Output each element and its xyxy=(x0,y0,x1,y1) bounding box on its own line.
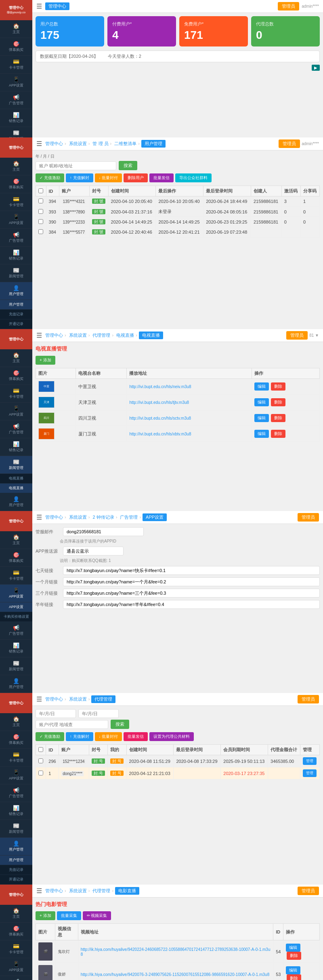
nav-app-1[interactable]: 📱APP设置 xyxy=(0,74,32,91)
nav-card-5[interactable]: 💳卡卡管理 xyxy=(0,749,32,767)
manage-btn-2[interactable]: 管理员 xyxy=(279,139,300,148)
nav-home-3[interactable]: 🏠主页 xyxy=(0,349,32,367)
hamburger-3[interactable]: ☰ xyxy=(36,332,42,339)
tv-edit-btn-2[interactable]: 编辑 xyxy=(254,398,269,406)
tv-edit-btn-3[interactable]: 编辑 xyxy=(254,414,269,422)
bc-list[interactable]: 二维整清单 xyxy=(114,141,136,146)
bc-settings-3[interactable]: 系统设置 xyxy=(69,333,87,338)
hamburger-6[interactable]: ☰ xyxy=(36,887,42,895)
user-row-2-cb[interactable] xyxy=(38,209,43,214)
nav-sub-recharge[interactable]: 充值记录 xyxy=(0,310,32,319)
nav-app-3[interactable]: 📱APP设置 xyxy=(0,403,32,420)
bc-admin[interactable]: 管 理 员 xyxy=(92,141,108,146)
nav-sales-1[interactable]: 📊销售记录 xyxy=(0,109,32,127)
app-email-input[interactable] xyxy=(63,527,144,536)
manage-btn-6[interactable]: 管理员 xyxy=(298,887,319,895)
user-search-btn[interactable]: 搜索 xyxy=(119,161,137,170)
tv-edit-btn-1[interactable]: 编辑 xyxy=(254,382,269,391)
nav-app-4[interactable]: 📱APP设置 xyxy=(0,585,32,602)
bc-ad-4[interactable]: 广告管理 xyxy=(120,515,138,520)
user-row-3-cb[interactable] xyxy=(38,219,43,224)
nav-sub-user[interactable]: 用户管理 xyxy=(0,300,32,310)
hamburger-5[interactable]: ☰ xyxy=(36,695,42,703)
agent-manage-btn-1[interactable]: 管理 xyxy=(303,757,317,765)
nav-sub-open[interactable]: 开通记录 xyxy=(0,319,32,329)
manage-btn-3[interactable]: 管理员 xyxy=(286,331,308,340)
movie-video-collect-btn[interactable]: ✏ 视频采集 xyxy=(83,911,111,920)
agent-btn-msg[interactable]: 批量发信 xyxy=(124,732,148,741)
nav-news-4[interactable]: 📰新闻管理 xyxy=(0,657,32,675)
app-1month-input[interactable] xyxy=(63,577,320,586)
btn-export[interactable]: 导出公众社群料 xyxy=(175,173,212,182)
movie-edit-btn-2[interactable]: 编辑 xyxy=(286,966,300,974)
nav-sub-card-price[interactable]: 卡购买价格设置 xyxy=(0,612,32,622)
nav-home-4[interactable]: 🏠主页 xyxy=(0,531,32,549)
tv-delete-btn-1[interactable]: 删除 xyxy=(271,382,285,391)
btn-batch-block[interactable]: ↓ 批量封付 xyxy=(95,173,122,182)
nav-danmu-5[interactable]: 🎯弹幕购买 xyxy=(0,731,32,749)
nav-ad-1[interactable]: 📢广告管理 xyxy=(0,91,32,109)
nav-danmu-6[interactable]: 🎯弹幕购买 xyxy=(0,923,32,940)
agent-date-from[interactable] xyxy=(36,709,76,718)
user-row-4-cb[interactable] xyxy=(38,229,43,234)
nav-sub-user-5[interactable]: 用户管理 xyxy=(0,855,32,865)
nav-danmu-4[interactable]: 🎯弹幕购买 xyxy=(0,549,32,567)
nav-user-3[interactable]: 👤用户管理 xyxy=(0,493,32,511)
nav-home-2[interactable]: 🏠主页 xyxy=(0,158,32,175)
nav-card-1[interactable]: 💳卡卡管理 xyxy=(0,56,32,74)
bc-settings-6[interactable]: 系统设置 xyxy=(69,888,87,893)
nav-ad-5[interactable]: 📢广告管理 xyxy=(0,784,32,802)
user-search-input[interactable] xyxy=(36,161,116,170)
nav-ad-3[interactable]: 📢广告管理 xyxy=(0,420,32,438)
manage-btn-1[interactable]: 管理员 xyxy=(278,2,299,11)
movie-delete-btn-2[interactable]: 删除 xyxy=(287,974,301,980)
nav-danmu-3[interactable]: 🎯弹幕购买 xyxy=(0,367,32,385)
app-halfyear-input[interactable] xyxy=(63,600,320,609)
nav-news-5[interactable]: 📰新闻管理 xyxy=(0,820,32,838)
agent-btn-batchblock[interactable]: ↓ 批量封付 xyxy=(95,732,122,741)
agent-btn-set-agent[interactable]: 设置为代理公共材料 xyxy=(149,732,194,741)
app-7day-input[interactable] xyxy=(63,566,320,575)
bc-settings-4[interactable]: 系统设置 xyxy=(69,515,87,520)
user-row-1-cb[interactable] xyxy=(38,199,43,203)
nav-danmu-1[interactable]: 🎯弹幕购买 xyxy=(0,38,32,56)
nav-sales-4[interactable]: 📊销售记录 xyxy=(0,640,32,657)
nav-ad-4[interactable]: 📢广告管理 xyxy=(0,622,32,640)
tv-add-btn[interactable]: + 添加 xyxy=(36,356,55,365)
nav-home-1[interactable]: 🏠主页 xyxy=(0,20,32,38)
nav-sub-app[interactable]: APP设置 xyxy=(0,602,32,612)
movie-batch-collect-btn[interactable]: 批量采集 xyxy=(57,911,81,920)
nav-danmu-2[interactable]: 🎯弹幕购买 xyxy=(0,175,32,193)
nav-app-2[interactable]: 📱APP设置 xyxy=(0,211,32,229)
nav-sales-5[interactable]: 📊销售记录 xyxy=(0,802,32,820)
nav-sub-tv2[interactable]: 电视直播 xyxy=(0,484,32,493)
bc-home-3[interactable]: 管理中心 xyxy=(45,333,63,338)
tv-delete-btn-3[interactable]: 删除 xyxy=(271,414,285,422)
bc-agent-6[interactable]: 代理管理 xyxy=(92,888,110,893)
agent-search-btn[interactable]: 搜索 xyxy=(111,720,129,729)
agent-search-input[interactable] xyxy=(36,720,108,729)
nav-app-5[interactable]: 📱APP设置 xyxy=(0,767,32,784)
bc-home-6[interactable]: 管理中心 xyxy=(45,888,63,893)
app-push-input[interactable] xyxy=(63,547,124,555)
btn-recharge-activate[interactable]: ✓ 充值激励 xyxy=(36,173,64,182)
app-3month-input[interactable] xyxy=(63,589,320,598)
nav-ad-2[interactable]: 📢广告管理 xyxy=(0,229,32,247)
nav-user-5[interactable]: 👤用户管理 xyxy=(0,838,32,855)
nav-app-6[interactable]: 📱APP设置 xyxy=(0,958,32,976)
movie-delete-btn-1[interactable]: 删除 xyxy=(287,952,301,960)
manage-btn-5[interactable]: 管理员 xyxy=(298,695,319,703)
agent-manage-btn-2[interactable]: 管理 xyxy=(303,769,317,777)
manage-btn-4[interactable]: 管理员 xyxy=(298,513,319,522)
bc-home-5[interactable]: 管理中心 xyxy=(45,697,63,701)
tv-delete-btn-4[interactable]: 删除 xyxy=(271,430,285,438)
nav-user-2[interactable]: 👤用户管理 xyxy=(0,282,32,300)
agent-btn-recharge[interactable]: ✓ 充值激励 xyxy=(36,732,64,741)
bc-settings[interactable]: 系统设置 xyxy=(69,141,87,146)
hamburger-2[interactable]: ☰ xyxy=(36,140,42,148)
tv-delete-btn-2[interactable]: 删除 xyxy=(271,398,285,406)
hamburger-4[interactable]: ☰ xyxy=(36,513,42,521)
btn-batch-msg[interactable]: 批量发信 xyxy=(149,173,174,182)
agent-date-to[interactable] xyxy=(78,709,119,718)
nav-card-6[interactable]: 💳卡卡管理 xyxy=(0,940,32,958)
